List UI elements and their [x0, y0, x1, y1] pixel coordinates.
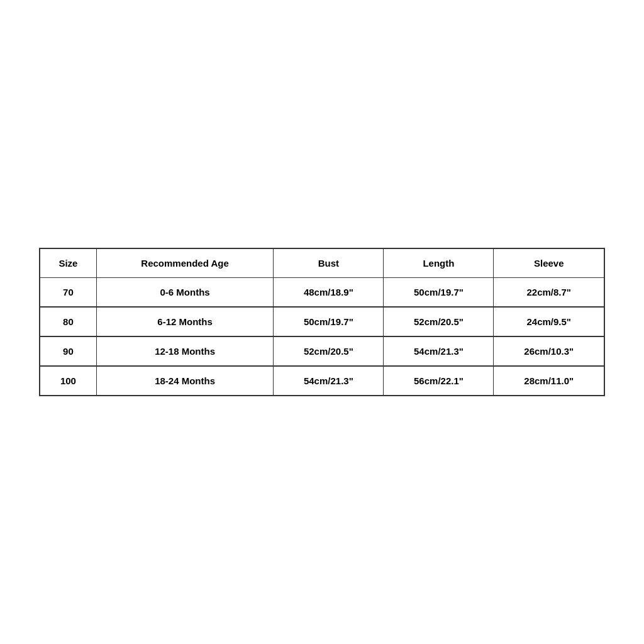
table-cell-3-0: 100	[40, 366, 96, 396]
size-chart-table: SizeRecommended AgeBustLengthSleeve 700-…	[39, 248, 605, 396]
column-header-3: Length	[384, 248, 494, 278]
table-cell-3-2: 54cm/21.3"	[274, 366, 384, 396]
table-row: 700-6 Months48cm/18.9"50cm/19.7"22cm/8.7…	[40, 278, 604, 308]
table-cell-1-3: 52cm/20.5"	[384, 307, 494, 336]
table-cell-1-2: 50cm/19.7"	[274, 307, 384, 336]
table-cell-0-2: 48cm/18.9"	[274, 278, 384, 308]
column-header-0: Size	[40, 248, 96, 278]
table-cell-1-4: 24cm/9.5"	[494, 307, 604, 336]
column-header-2: Bust	[274, 248, 384, 278]
table-header-row: SizeRecommended AgeBustLengthSleeve	[40, 248, 604, 278]
table-row: 806-12 Months50cm/19.7"52cm/20.5"24cm/9.…	[40, 307, 604, 336]
table-cell-0-3: 50cm/19.7"	[384, 278, 494, 308]
table-cell-1-1: 6-12 Months	[96, 307, 273, 336]
column-header-1: Recommended Age	[96, 248, 273, 278]
table-row: 10018-24 Months54cm/21.3"56cm/22.1"28cm/…	[40, 366, 604, 396]
table-cell-1-0: 80	[40, 307, 96, 336]
table-cell-0-0: 70	[40, 278, 96, 308]
size-chart-container: SizeRecommended AgeBustLengthSleeve 700-…	[39, 248, 605, 396]
table-cell-0-4: 22cm/8.7"	[494, 278, 604, 308]
table-cell-2-3: 54cm/21.3"	[384, 336, 494, 366]
table-cell-2-0: 90	[40, 336, 96, 366]
column-header-4: Sleeve	[494, 248, 604, 278]
table-cell-3-4: 28cm/11.0"	[494, 366, 604, 396]
table-cell-2-1: 12-18 Months	[96, 336, 273, 366]
table-cell-0-1: 0-6 Months	[96, 278, 273, 308]
table-cell-3-1: 18-24 Months	[96, 366, 273, 396]
table-body: 700-6 Months48cm/18.9"50cm/19.7"22cm/8.7…	[40, 278, 604, 396]
table-cell-2-4: 26cm/10.3"	[494, 336, 604, 366]
table-cell-2-2: 52cm/20.5"	[274, 336, 384, 366]
table-cell-3-3: 56cm/22.1"	[384, 366, 494, 396]
table-row: 9012-18 Months52cm/20.5"54cm/21.3"26cm/1…	[40, 336, 604, 366]
